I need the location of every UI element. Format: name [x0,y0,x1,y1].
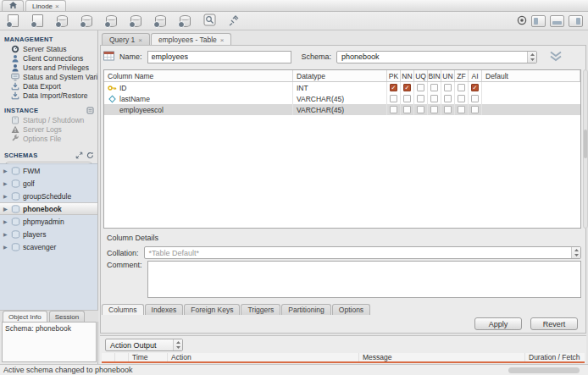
action-output-col-time[interactable]: Time [129,353,168,361]
flag-cell-uq[interactable] [414,104,428,115]
create-function-icon[interactable] [153,14,168,28]
column-name-cell[interactable]: ID [104,82,293,93]
drop-object-icon[interactable] [177,14,192,28]
tab-session[interactable]: Session [49,311,85,322]
flag-cell-ai[interactable]: ✓ [469,82,482,93]
spinner-icon[interactable] [571,247,580,258]
zf-checkbox[interactable] [458,84,465,91]
expand-arrow-icon[interactable]: ▶ [3,168,8,174]
un-checkbox[interactable] [444,95,452,102]
reconnect-dbms-icon[interactable] [226,14,241,28]
revert-button[interactable]: Revert [530,317,578,330]
flag-cell-pk[interactable] [387,104,401,115]
home-tab[interactable] [2,0,24,11]
flag-cell-bin[interactable] [428,82,441,93]
flag-cell-zf[interactable] [455,82,469,93]
grid-header-cell[interactable]: Column Name [104,70,293,81]
nn-checkbox[interactable] [403,95,411,102]
tab-foreign-keys[interactable]: Foreign Keys [184,304,240,315]
editor-tab-query-1[interactable]: Query 1× [102,33,150,46]
schema-item-fwm[interactable]: ▶FWM [0,164,97,177]
grid-header-cell[interactable]: UQ [414,70,428,81]
grid-header-cell[interactable]: ZF [455,70,469,81]
bin-checkbox[interactable] [430,95,438,102]
comment-textarea[interactable] [147,261,581,298]
action-output-selector[interactable]: Action Output [105,339,183,351]
action-output-col-action[interactable]: Action [168,353,359,361]
sidebar-item-users-and-privileges[interactable]: Users and Privileges [0,63,97,72]
uq-checkbox[interactable] [417,84,424,91]
flag-cell-un[interactable] [441,93,455,104]
sidebar-item-server-status[interactable]: Server Status [0,44,97,53]
collapse-header-icon[interactable] [549,51,563,63]
column-name-cell[interactable]: employeescol [104,104,293,115]
ai-checkbox[interactable] [471,106,479,113]
grid-header-cell[interactable]: Datatype [293,70,387,81]
flag-cell-nn[interactable] [401,104,414,115]
create-procedure-icon[interactable] [128,14,143,28]
toggle-left-panel-button[interactable] [531,15,546,27]
apply-button[interactable]: Apply [474,317,522,330]
zf-checkbox[interactable] [458,106,465,113]
action-output-col-duration-fetch[interactable]: Duration / Fetch [525,353,585,361]
flag-cell-nn[interactable] [401,93,414,104]
spinner-icon[interactable] [527,52,536,63]
uq-checkbox[interactable] [417,106,424,113]
bin-checkbox[interactable] [430,106,438,113]
toggle-right-panel-button[interactable] [569,15,583,27]
tab-triggers[interactable]: Triggers [241,304,280,315]
grid-header-cell[interactable]: PK [387,70,401,81]
close-icon[interactable]: × [138,36,142,44]
expand-arrow-icon[interactable]: ▶ [3,180,8,186]
schema-item-players[interactable]: ▶players [0,228,97,240]
expand-schemas-icon[interactable] [75,152,83,159]
schema-item-groupschedule[interactable]: ▶groupSchedule [0,190,97,202]
open-sql-script-icon[interactable] [30,14,45,28]
un-checkbox[interactable] [444,106,452,113]
pk-checkbox[interactable] [390,95,397,102]
zf-checkbox[interactable] [458,95,465,102]
action-output-col-blank[interactable] [102,353,115,361]
tab-options[interactable]: Options [332,304,370,315]
close-icon[interactable]: × [55,3,59,10]
grid-row-lastname[interactable]: lastNameVARCHAR(45) [104,93,580,104]
expand-arrow-icon[interactable]: ▶ [3,231,8,237]
datatype-cell[interactable]: VARCHAR(45) [293,93,387,104]
collation-dropdown[interactable]: *Table Default* [144,246,581,259]
ai-checkbox[interactable] [471,95,479,102]
horizontal-scrollbar-thumb[interactable] [508,367,580,373]
editor-tab-employees-table[interactable]: employees - Table× [151,33,232,46]
action-output-col-blank[interactable] [115,353,129,361]
column-name-cell[interactable]: lastName [104,93,293,104]
flag-cell-un[interactable] [441,82,455,93]
schema-item-scavenger[interactable]: ▶scavenger [0,240,97,253]
default-cell[interactable] [482,104,580,115]
connection-tab[interactable]: Linode × [25,0,66,11]
create-table-icon[interactable] [79,14,94,28]
sidebar-item-options-file[interactable]: Options File [0,134,97,143]
grid-row-id[interactable]: IDINT✓✓✓ [104,82,580,93]
expand-arrow-icon[interactable]: ▶ [3,206,8,212]
sidebar-item-startup-shutdown[interactable]: Startup / Shutdown [0,115,97,124]
flag-cell-zf[interactable] [455,104,469,115]
schema-item-golf[interactable]: ▶golf [0,177,97,190]
flag-cell-un[interactable] [441,104,455,115]
tab-partitioning[interactable]: Partitioning [281,304,331,315]
schema-dropdown[interactable]: phonebook [336,51,537,63]
toggle-bottom-panel-button[interactable] [550,15,564,27]
nn-checkbox[interactable] [403,106,411,113]
grid-header-cell[interactable]: BIN [428,70,441,81]
expand-arrow-icon[interactable]: ▶ [3,193,8,199]
default-cell[interactable] [482,82,580,93]
refresh-schemas-icon[interactable] [86,152,94,159]
new-sql-tab-icon[interactable] [5,14,20,28]
flag-cell-pk[interactable]: ✓ [387,82,401,93]
pk-checkbox[interactable]: ✓ [390,84,397,91]
grid-header-cell[interactable]: AI [469,70,482,81]
grid-vertical-scrollbar[interactable] [583,69,588,229]
flag-cell-uq[interactable] [414,93,428,104]
grid-header-cell[interactable]: NN [401,70,414,81]
sidebar-item-status-and-system-variables[interactable]: Status and System Variables [0,72,97,81]
grid-row-employeescol[interactable]: employeescolVARCHAR(45) [104,104,580,115]
search-table-data-icon[interactable] [202,14,217,28]
